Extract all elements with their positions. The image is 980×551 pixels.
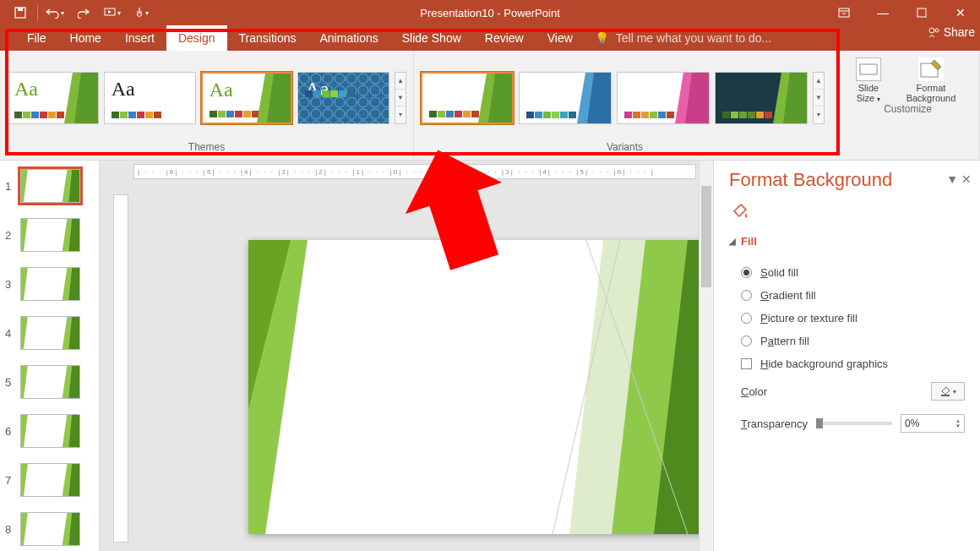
format-background-button[interactable]: Format Background — [901, 57, 961, 103]
slide-number: 4 — [5, 327, 15, 340]
radio-picture-fill[interactable]: Picture or texture fill — [729, 307, 965, 330]
variants-gallery-more[interactable]: ▲▼▾ — [813, 72, 825, 124]
color-swatches — [526, 112, 576, 118]
tab-insert[interactable]: Insert — [113, 25, 166, 51]
color-swatches — [722, 112, 772, 118]
slide-mini[interactable] — [20, 218, 80, 252]
slide-mini[interactable] — [20, 414, 80, 448]
pane-close-icon[interactable]: ▼ ✕ — [946, 172, 972, 186]
slide-number: 6 — [5, 425, 15, 438]
vertical-ruler — [113, 194, 128, 543]
variant-thumbnail-3[interactable] — [617, 72, 710, 124]
slide-mini[interactable] — [20, 365, 80, 399]
tab-file[interactable]: File — [15, 25, 58, 51]
radio-gradient-fill[interactable]: Gradient fill — [729, 284, 965, 307]
vertical-scrollbar[interactable] — [699, 161, 713, 551]
fill-bucket-icon[interactable] — [729, 201, 749, 221]
expand-gallery-icon[interactable]: ▾ — [814, 106, 824, 123]
slide-size-button[interactable]: Slide Size ▾ — [848, 57, 889, 103]
chevron-down-icon: ▾ — [953, 388, 956, 396]
tell-me-placeholder: Tell me what you want to do... — [616, 31, 771, 45]
theme-thumbnail-2[interactable]: Aa — [104, 72, 196, 124]
slide-thumb-row[interactable]: 2 — [5, 218, 94, 252]
maximize-icon[interactable] — [902, 0, 941, 25]
tab-transitions[interactable]: Transitions — [227, 25, 308, 51]
slide-thumb-row[interactable]: 8 — [5, 512, 94, 546]
slider-thumb[interactable] — [816, 418, 823, 428]
slide-size-icon — [856, 57, 881, 81]
variant-thumbnail-4[interactable] — [715, 72, 808, 124]
undo-icon[interactable]: ▾ — [43, 3, 67, 23]
themes-gallery-more[interactable]: ▲▼▾ — [395, 72, 406, 124]
expand-gallery-icon[interactable]: ▾ — [395, 106, 406, 123]
scroll-up-icon[interactable]: ▲ — [395, 73, 406, 90]
slide-thumbnails-pane[interactable]: 12345678 — [0, 161, 100, 551]
ribbon-group-themes: Aa Aa Aa Aa ▲▼▾ Themes — [0, 51, 414, 160]
scrollbar-thumb[interactable] — [701, 186, 711, 287]
svg-marker-24 — [21, 170, 28, 203]
variant-thumbnail-1-selected[interactable] — [421, 72, 514, 124]
slide-thumb-row[interactable]: 1 — [5, 169, 94, 203]
slide-thumb-row[interactable]: 7 — [5, 463, 94, 497]
theme-thumbnail-3-selected[interactable]: Aa — [201, 72, 293, 124]
transparency-label: Transparency — [741, 417, 808, 430]
slide-mini[interactable] — [20, 512, 80, 546]
color-swatches — [624, 112, 674, 118]
tab-review[interactable]: Review — [473, 25, 536, 51]
radio-icon — [741, 267, 752, 278]
touch-mode-icon[interactable]: ▾ — [129, 3, 153, 23]
group-label-variants: Variants — [414, 141, 836, 160]
svg-point-6 — [935, 29, 939, 32]
redo-icon[interactable] — [72, 3, 95, 23]
pane-title: Format Background — [729, 169, 965, 191]
radio-pattern-fill[interactable]: Pattern fill — [729, 330, 965, 352]
title-bar: ▾ ▾ ▾ Presentation10 - PowerPoint — ✕ — [0, 0, 980, 25]
slide-thumb-row[interactable]: 6 — [5, 414, 94, 448]
theme-aa-glyph: Aa — [14, 78, 38, 101]
theme-thumbnail-4[interactable]: Aa — [297, 72, 389, 124]
slide-mini[interactable] — [20, 267, 80, 301]
tab-slideshow[interactable]: Slide Show — [390, 25, 473, 51]
theme-thumbnail-1[interactable]: Aa — [7, 72, 99, 124]
share-button[interactable]: Share — [927, 25, 975, 39]
transparency-slider[interactable] — [816, 422, 892, 425]
tab-design[interactable]: Design — [166, 25, 227, 51]
row-transparency: Transparency 0% ▲▼ — [729, 407, 965, 439]
scroll-down-icon[interactable]: ▼ — [395, 90, 406, 106]
svg-marker-42 — [21, 464, 28, 497]
slide-mini[interactable] — [20, 316, 80, 350]
slide-thumb-row[interactable]: 4 — [5, 316, 94, 350]
transparency-input[interactable]: 0% ▲▼ — [901, 414, 965, 433]
tell-me-search[interactable]: 💡 Tell me what you want to do... — [595, 25, 771, 51]
slide-mini[interactable] — [20, 463, 80, 497]
slide-thumb-row[interactable]: 3 — [5, 267, 94, 301]
main-area: 12345678 | · · · |6| · · · |5| · · · |4|… — [0, 161, 980, 551]
save-icon[interactable] — [8, 3, 32, 23]
scroll-down-icon[interactable]: ▼ — [814, 90, 824, 106]
quick-access-toolbar: ▾ ▾ ▾ — [0, 3, 161, 23]
slide-thumb-row[interactable]: 5 — [5, 365, 94, 399]
tab-animations[interactable]: Animations — [308, 25, 389, 51]
start-slideshow-icon[interactable]: ▾ — [101, 3, 124, 23]
section-fill[interactable]: Fill — [729, 235, 965, 248]
share-label: Share — [944, 25, 975, 39]
close-icon[interactable]: ✕ — [941, 0, 980, 25]
color-picker-button[interactable]: ▾ — [931, 382, 965, 401]
qat-separator — [37, 4, 38, 21]
tab-view[interactable]: View — [536, 25, 585, 51]
slide-canvas[interactable] — [248, 240, 713, 534]
spinner-icons[interactable]: ▲▼ — [956, 418, 961, 428]
slide-mini[interactable] — [20, 169, 80, 203]
svg-rect-56 — [941, 395, 950, 396]
svg-rect-1 — [18, 8, 23, 11]
check-hide-background[interactable]: Hide background graphics — [729, 352, 965, 375]
ribbon-options-icon[interactable] — [825, 0, 863, 25]
tab-home[interactable]: Home — [58, 25, 113, 51]
minimize-icon[interactable]: — — [863, 0, 902, 25]
variant-accent-shape — [478, 74, 512, 123]
svg-rect-4 — [917, 8, 926, 17]
variant-accent-shape — [577, 73, 611, 123]
scroll-up-icon[interactable]: ▲ — [814, 73, 824, 90]
variant-thumbnail-2[interactable] — [519, 72, 612, 124]
radio-solid-fill[interactable]: Solid fill — [729, 261, 965, 284]
